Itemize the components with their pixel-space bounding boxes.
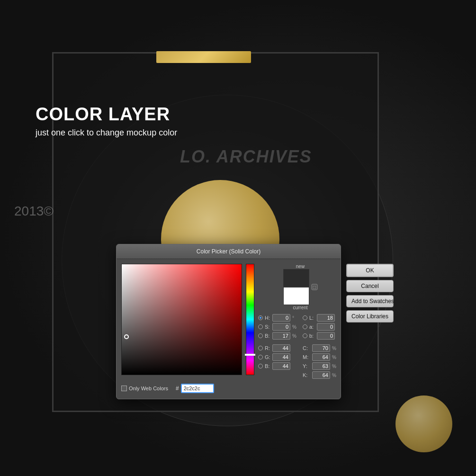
c-input[interactable] <box>312 344 330 352</box>
g-row: G: <box>258 353 298 361</box>
year-text: 2013© <box>14 204 54 219</box>
a-row: a: <box>303 323 342 331</box>
blue-input[interactable] <box>272 362 290 370</box>
g-radio[interactable] <box>258 355 263 359</box>
k-input[interactable] <box>312 371 330 379</box>
c-row: C: % <box>303 344 342 352</box>
b2-row: b: <box>303 332 342 340</box>
blue-radio[interactable] <box>258 364 263 368</box>
web-colors-label: Only Web Colors <box>129 386 168 391</box>
current-color-box <box>283 287 309 305</box>
hex-hash: # <box>176 385 179 392</box>
left-values: H: ° S: % B: <box>258 314 298 379</box>
action-buttons: OK Cancel Add to Swatches Color Librarie… <box>346 264 394 379</box>
b-input[interactable] <box>272 332 290 340</box>
color-cursor <box>124 334 129 339</box>
new-color-box <box>283 269 309 287</box>
m-row: M: % <box>303 353 342 361</box>
h-radio[interactable] <box>258 315 263 320</box>
hue-cursor <box>245 354 255 356</box>
h-input[interactable] <box>272 314 290 322</box>
g-input[interactable] <box>272 353 290 361</box>
b2-input[interactable] <box>317 332 335 340</box>
k-row: K: % <box>303 371 342 379</box>
cancel-button[interactable]: Cancel <box>346 280 394 292</box>
right-values: L: a: b: <box>303 314 342 379</box>
l-row: L: <box>303 314 342 322</box>
dialog-body: new ⬚ <box>117 259 341 384</box>
hex-input[interactable] <box>181 384 214 393</box>
l-radio[interactable] <box>303 315 307 320</box>
dialog-title: Color Picker (Solid Color) <box>197 248 260 255</box>
h-row: H: ° <box>258 314 298 322</box>
archives-text: LO. ARCHIVES <box>180 147 312 167</box>
r-row: R: <box>258 344 298 352</box>
add-to-swatches-button[interactable]: Add to Swatches <box>346 295 394 307</box>
color-values: H: ° S: % B: <box>258 312 342 379</box>
current-label: current <box>293 305 307 310</box>
dialog-title-bar: Color Picker (Solid Color) <box>117 244 341 259</box>
l-input[interactable] <box>317 314 335 322</box>
b-radio[interactable] <box>258 333 263 338</box>
eyedropper-icon[interactable]: ⬚ <box>311 284 318 290</box>
color-libraries-button[interactable]: Color Libraries <box>346 310 394 323</box>
dialog-bottom: Only Web Colors # <box>117 384 341 393</box>
web-colors-checkbox[interactable] <box>121 386 127 391</box>
s-row: S: % <box>258 323 298 331</box>
ok-button[interactable]: OK <box>346 264 394 277</box>
web-colors-checkbox-area[interactable]: Only Web Colors <box>121 386 168 391</box>
preview-values-section: new ⬚ <box>258 264 342 379</box>
color-layer-title: COLOR LAYER <box>36 104 170 125</box>
new-label: new <box>296 264 305 269</box>
golden-disc-small <box>395 395 452 452</box>
s-input[interactable] <box>272 323 290 331</box>
a-radio[interactable] <box>303 324 307 329</box>
b-row: B: % <box>258 332 298 340</box>
m-input[interactable] <box>312 353 330 361</box>
color-layer-subtitle: just one click to change mockup color <box>36 128 177 138</box>
blue-row: B: <box>258 362 298 370</box>
y-input[interactable] <box>312 362 330 370</box>
hex-input-area: # <box>176 384 214 393</box>
y-row: Y: % <box>303 362 342 370</box>
hue-slider[interactable] <box>246 264 254 375</box>
r-radio[interactable] <box>258 346 263 350</box>
golden-label-bar <box>156 51 251 63</box>
color-gradient <box>122 264 242 375</box>
r-input[interactable] <box>272 344 290 352</box>
color-picker-dialog: Color Picker (Solid Color) new <box>116 244 341 399</box>
a-input[interactable] <box>317 323 335 331</box>
s-radio[interactable] <box>258 324 263 329</box>
color-saturation-field[interactable] <box>121 264 242 375</box>
svg-text:⬚: ⬚ <box>313 285 316 289</box>
b2-radio[interactable] <box>303 333 307 338</box>
